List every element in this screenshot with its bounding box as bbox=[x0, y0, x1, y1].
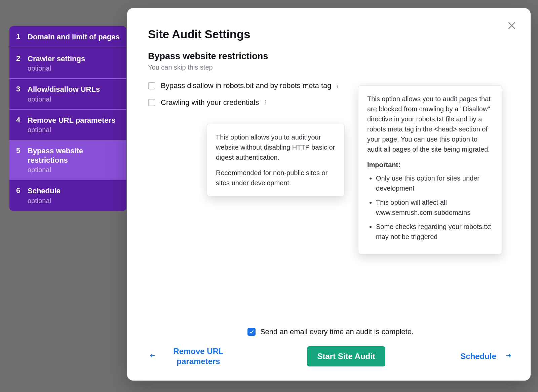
step-label: Bypass website restrictions bbox=[28, 146, 120, 165]
option-label: Crawling with your credentials bbox=[161, 98, 259, 107]
sidebar-item-bypass[interactable]: 5 Bypass website restrictions optional bbox=[9, 140, 126, 180]
step-label: Crawler settings bbox=[28, 54, 120, 64]
step-optional: optional bbox=[28, 166, 120, 174]
step-number: 1 bbox=[16, 32, 28, 41]
modal-title: Site Audit Settings bbox=[148, 28, 513, 41]
arrow-left-icon bbox=[148, 352, 157, 361]
back-label: Remove URL parameters bbox=[165, 346, 232, 366]
close-icon[interactable] bbox=[507, 21, 516, 32]
checkbox-bypass-robots[interactable] bbox=[148, 82, 155, 89]
step-number: 2 bbox=[16, 54, 28, 63]
step-number: 6 bbox=[16, 186, 28, 195]
email-notify-row: Send an email every time an audit is com… bbox=[148, 327, 513, 336]
tooltip-text: Recommended for non-public sites or site… bbox=[216, 168, 336, 188]
step-label: Domain and limit of pages bbox=[28, 32, 120, 42]
tooltip-bullet: This option will affect all www.semrush.… bbox=[376, 197, 493, 218]
step-optional: optional bbox=[28, 126, 120, 134]
info-icon[interactable]: i bbox=[337, 82, 338, 89]
tooltip-text: This option allows you to audit pages th… bbox=[367, 94, 493, 154]
sidebar-item-schedule[interactable]: 6 Schedule optional bbox=[9, 180, 126, 211]
step-optional: optional bbox=[28, 197, 120, 205]
section-subtitle: You can skip this step bbox=[148, 64, 513, 71]
wizard-steps-sidebar: 1 Domain and limit of pages 2 Crawler se… bbox=[9, 26, 126, 211]
info-icon[interactable]: i bbox=[264, 99, 266, 106]
tooltip-text: This option allows you to audit your web… bbox=[216, 132, 336, 162]
arrow-right-icon bbox=[504, 352, 513, 361]
step-label: Allow/disallow URLs bbox=[28, 85, 120, 94]
tooltip-bullet-list: Only use this option for sites under dev… bbox=[367, 173, 493, 242]
tooltip-bypass-robots: This option allows you to audit pages th… bbox=[358, 85, 502, 254]
sidebar-item-urls[interactable]: 3 Allow/disallow URLs optional bbox=[9, 79, 126, 110]
sidebar-item-crawler[interactable]: 2 Crawler settings optional bbox=[9, 48, 126, 79]
section-title: Bypass website restrictions bbox=[148, 51, 513, 62]
step-number: 4 bbox=[16, 116, 28, 124]
email-notify-label: Send an email every time an audit is com… bbox=[260, 327, 414, 336]
step-label: Schedule bbox=[28, 186, 120, 196]
modal-footer: Send an email every time an audit is com… bbox=[148, 327, 513, 366]
step-label: Remove URL parameters bbox=[28, 116, 120, 125]
back-button[interactable]: Remove URL parameters bbox=[148, 346, 232, 366]
sidebar-item-domain[interactable]: 1 Domain and limit of pages bbox=[9, 26, 126, 48]
checkbox-credentials[interactable] bbox=[148, 99, 155, 106]
tooltip-bullet: Some checks regarding your robots.txt ma… bbox=[376, 222, 493, 242]
start-audit-button[interactable]: Start Site Audit bbox=[307, 346, 385, 366]
tooltip-credentials: This option allows you to audit your web… bbox=[207, 124, 345, 196]
checkbox-email-notify[interactable] bbox=[247, 328, 256, 336]
sidebar-item-params[interactable]: 4 Remove URL parameters optional bbox=[9, 110, 126, 141]
option-label: Bypass disallow in robots.txt and by rob… bbox=[161, 81, 331, 90]
tooltip-important-label: Important: bbox=[367, 160, 493, 170]
step-optional: optional bbox=[28, 95, 120, 103]
footer-nav: Remove URL parameters Start Site Audit S… bbox=[148, 346, 513, 366]
step-number: 3 bbox=[16, 85, 28, 93]
next-button[interactable]: Schedule bbox=[460, 351, 513, 361]
step-number: 5 bbox=[16, 146, 28, 155]
next-label: Schedule bbox=[460, 351, 496, 361]
step-optional: optional bbox=[28, 65, 120, 72]
tooltip-bullet: Only use this option for sites under dev… bbox=[376, 173, 493, 193]
